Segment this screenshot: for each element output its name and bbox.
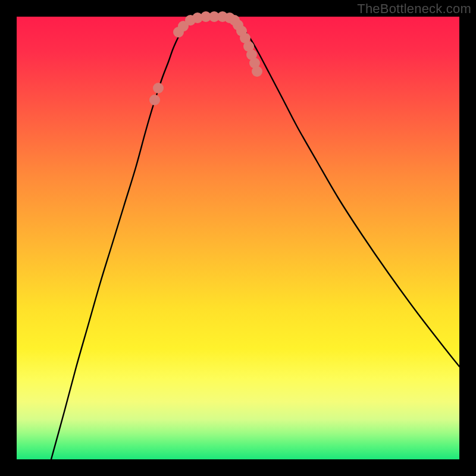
plot-area [17, 17, 459, 459]
watermark-text: TheBottleneck.com [357, 1, 471, 17]
salmon-marker [153, 83, 164, 93]
salmon-marker-group [149, 11, 262, 105]
salmon-marker [252, 66, 262, 77]
salmon-marker [149, 95, 160, 105]
bottleneck-curve [51, 17, 459, 459]
curve-layer [17, 17, 459, 459]
chart-frame: TheBottleneck.com [0, 0, 476, 476]
bottleneck-curve-path [51, 17, 459, 459]
